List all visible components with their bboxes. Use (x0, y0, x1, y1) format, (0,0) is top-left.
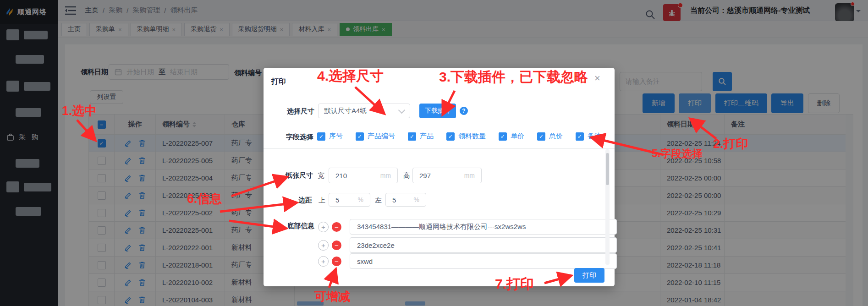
footer-info-label: 底部信息 (287, 222, 314, 230)
fields-select-label: 字段选择 (286, 133, 313, 142)
remove-row-icon[interactable]: − (332, 222, 341, 232)
add-row-icon[interactable]: + (318, 256, 329, 267)
checkbox-checked[interactable]: ✓ (408, 132, 416, 141)
paper-size-label: 纸张尺寸 (286, 171, 313, 180)
footer-text-input[interactable]: sxwd (350, 253, 617, 269)
field-checkbox-product[interactable]: ✓产品 (408, 132, 434, 141)
checkbox-checked[interactable]: ✓ (499, 132, 507, 141)
add-row-icon[interactable]: + (318, 240, 329, 251)
field-checkbox-seq[interactable]: ✓序号 (317, 132, 343, 141)
download-plugin-button[interactable]: 下载插件 (419, 104, 456, 118)
annotation-field-select: 5.字段选择 (652, 147, 703, 161)
unit-percent: % (358, 196, 363, 203)
remove-row-icon[interactable]: − (332, 240, 341, 250)
width-label: 宽 (318, 171, 324, 180)
margin-left-input[interactable]: 5% (385, 193, 426, 207)
size-select-label: 选择尺寸 (287, 107, 314, 116)
margin-label: 边距 (298, 196, 312, 205)
footer-row: + − sxwd (318, 253, 617, 269)
checkbox-checked[interactable]: ✓ (317, 132, 325, 141)
modal-divider (264, 148, 615, 149)
field-checkbox-remark[interactable]: ✓备注 (576, 132, 601, 141)
footer-text-input[interactable]: 343454831————顺通网络技术有限公司---sx2ws2ws (350, 219, 617, 235)
paper-size-select[interactable]: 默认尺寸A4纸 (318, 104, 410, 118)
annotation-print-final: 7.打印 (495, 275, 534, 294)
unit-mm: mm (464, 172, 475, 179)
annotation-download-plugin: 3.下载插件，已下载忽略 (439, 68, 588, 87)
margin-top-label: 上 (319, 196, 325, 205)
chevron-down-icon (398, 106, 406, 114)
footer-row: + − 343454831————顺通网络技术有限公司---sx2ws2ws (318, 219, 617, 235)
modal-close-icon[interactable]: × (594, 73, 600, 83)
field-checkbox-unit-price[interactable]: ✓单价 (499, 132, 524, 141)
modal-scrollbar-thumb[interactable] (606, 153, 609, 185)
annotation-add-remove: 可增减 (314, 289, 350, 305)
unit-mm: mm (380, 172, 391, 179)
margin-left-label: 左 (375, 196, 382, 205)
field-checkbox-quantity[interactable]: ✓领料数量 (446, 132, 486, 141)
annotation-print: 2.打印 (713, 136, 748, 152)
modal-print-button[interactable]: 打印 (574, 268, 604, 283)
print-modal: 打印 × 选择尺寸 默认尺寸A4纸 下载插件 ? 字段选择 ✓序号 ✓产品编号 … (264, 68, 615, 286)
checkbox-checked[interactable]: ✓ (446, 132, 455, 141)
unit-percent: % (414, 196, 419, 203)
footer-row: + − 23de2xce2e (318, 237, 617, 253)
paper-width-input[interactable]: 210mm (329, 168, 398, 183)
fields-checkbox-row: ✓序号 ✓产品编号 ✓产品 ✓领料数量 ✓单价 ✓总价 ✓备注 (317, 132, 601, 141)
paper-height-input[interactable]: 297mm (412, 168, 482, 183)
footer-text-input[interactable]: 23de2xce2e (350, 237, 617, 253)
annotation-select: 1.选中 (62, 103, 97, 119)
margin-top-input[interactable]: 5% (329, 193, 370, 207)
field-checkbox-total-price[interactable]: ✓总价 (537, 132, 563, 141)
checkbox-checked[interactable]: ✓ (537, 132, 545, 141)
help-icon[interactable]: ? (460, 107, 468, 115)
height-label: 高 (403, 171, 410, 180)
annotation-choose-size: 4.选择尺寸 (317, 67, 384, 86)
field-checkbox-product-code[interactable]: ✓产品编号 (356, 132, 395, 141)
modal-title: 打印 (271, 77, 286, 87)
add-row-icon[interactable]: + (318, 222, 329, 232)
remove-row-icon[interactable]: − (332, 257, 341, 266)
checkbox-checked[interactable]: ✓ (356, 132, 364, 141)
checkbox-checked[interactable]: ✓ (576, 132, 584, 141)
annotation-info: 6.信息 (187, 191, 222, 207)
